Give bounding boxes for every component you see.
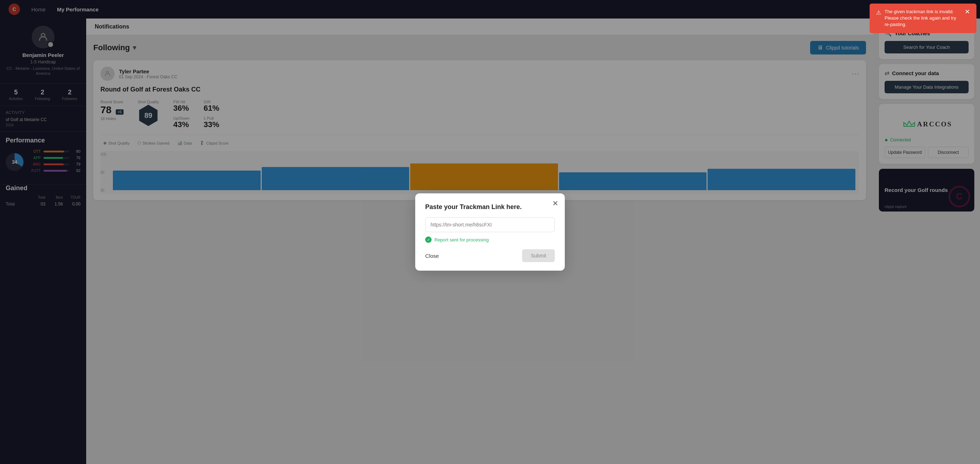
trackman-modal: Paste your Trackman Link here. ✕ ✓ Repor… [415,193,565,271]
success-check-icon: ✓ [425,237,431,243]
modal-overlay: Paste your Trackman Link here. ✕ ✓ Repor… [0,0,980,464]
error-toast: ⚠ The given trackman link is invalid. Pl… [870,3,977,33]
error-toast-message: The given trackman link is invalid. Plea… [885,8,961,28]
trackman-link-input[interactable] [425,217,555,232]
modal-close-x-button[interactable]: ✕ [552,199,558,208]
modal-success-message: ✓ Report sent for processing [425,237,555,243]
modal-actions: Close Submit [425,249,555,262]
toast-close-btn[interactable]: ✕ [965,8,970,15]
modal-submit-button[interactable]: Submit [522,249,555,262]
warning-icon: ⚠ [876,9,881,17]
modal-title: Paste your Trackman Link here. [425,203,555,211]
modal-close-button[interactable]: Close [425,253,439,259]
